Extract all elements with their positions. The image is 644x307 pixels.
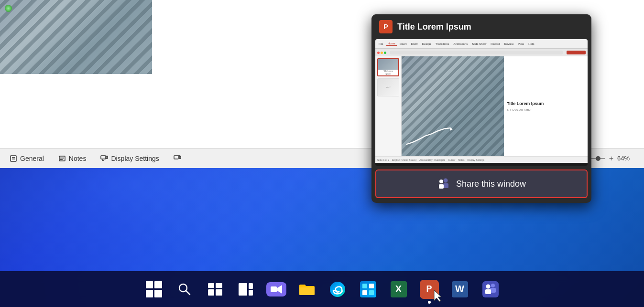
mini-status-display: Display Settings: [467, 159, 484, 161]
taskbar-search[interactable]: [172, 277, 197, 302]
statusbar-display[interactable]: Display Settings: [100, 155, 159, 162]
mini-tab-view: View: [516, 42, 525, 46]
word-app-icon: W: [452, 281, 468, 297]
teams-icon: [437, 177, 450, 191]
notes-label: Notes: [69, 155, 87, 162]
mini-slide-text: Title Lorem Ipsum SIT DOLOR AMET: [504, 56, 588, 156]
taskbar-teams[interactable]: [478, 277, 503, 302]
taskview-icon: [207, 283, 223, 296]
svg-rect-25: [249, 290, 253, 296]
mini-close-dot: [377, 52, 380, 54]
powerpoint-popup: P Title Lorem Ipsum File Home Insert Dra…: [371, 14, 591, 203]
svg-rect-26: [271, 286, 277, 292]
mini-tab-slideshow: Slide Show: [470, 42, 488, 46]
mini-toolbar-controls: [377, 52, 386, 54]
mini-ribbon: File Home Insert Draw Design Transitions…: [375, 39, 588, 49]
svg-rect-23: [239, 283, 247, 296]
mini-tab-animations: Animations: [452, 42, 469, 46]
taskbar-zoom[interactable]: [264, 277, 289, 302]
mini-status-slide: Slide 1 of 2: [377, 159, 389, 161]
notes-icon: [58, 155, 66, 162]
mini-thumb-text: Title Lorem Ipsum: [378, 70, 398, 75]
svg-rect-14: [443, 183, 448, 188]
mini-share-btn: [567, 51, 586, 54]
general-label: General: [20, 155, 44, 162]
mini-tab-file: File: [377, 42, 385, 46]
zoom-plus[interactable]: +: [609, 154, 613, 163]
statusbar-general[interactable]: General: [10, 155, 44, 162]
mini-slide-thumb-2: slide 2: [377, 78, 399, 96]
svg-point-13: [443, 179, 448, 183]
svg-rect-32: [362, 290, 367, 295]
display-label: Display Settings: [111, 155, 159, 162]
windows-logo: [146, 281, 162, 297]
mini-thumb2-text: slide 2: [386, 86, 391, 88]
mini-main-slide: Title Lorem Ipsum SIT DOLOR AMET: [402, 56, 588, 156]
ppt-preview: File Home Insert Draw Design Transitions…: [375, 39, 588, 166]
snap-icon: [238, 283, 253, 296]
mini-tab-draw: Draw: [410, 42, 419, 46]
taskbar-powerpoint[interactable]: P: [417, 277, 442, 302]
mini-tab-design: Design: [421, 42, 433, 46]
mini-slide-area: Title Lorem Ipsum slide 2: [375, 56, 588, 156]
mini-max-dot: [384, 52, 386, 54]
taskbar-explorer[interactable]: [295, 277, 319, 302]
svg-point-37: [486, 284, 490, 288]
search-icon: [177, 282, 192, 296]
mini-tab-review: Review: [503, 42, 515, 46]
svg-marker-12: [450, 127, 453, 131]
teams-app-icon: [482, 281, 499, 297]
excel-app-icon: X: [391, 281, 407, 297]
cursor-icon: [432, 289, 443, 303]
svg-rect-10: [174, 156, 178, 159]
mini-status-access: Accessibility: Investigate: [419, 159, 445, 161]
mini-slide-subtitle: SIT DOLOR AMET: [507, 108, 585, 111]
svg-rect-22: [216, 289, 222, 296]
folder-icon: [299, 283, 315, 296]
taskbar-excel[interactable]: X: [386, 277, 411, 302]
general-icon: [10, 155, 17, 162]
taskbar-start[interactable]: [142, 277, 166, 302]
mini-toolbar: [375, 49, 588, 56]
mini-slide-title: Title Lorem Ipsum: [507, 101, 585, 107]
popup-header: P Title Lorem Ipsum: [371, 14, 591, 39]
svg-rect-3: [59, 156, 65, 161]
taskbar-store[interactable]: [356, 277, 381, 302]
mini-slide-thumb-1: Title Lorem Ipsum: [377, 58, 399, 76]
svg-line-18: [186, 291, 190, 295]
svg-rect-30: [362, 284, 367, 288]
share-label: Share this window: [456, 179, 526, 189]
mini-tab-insert: Insert: [398, 42, 408, 46]
svg-marker-27: [277, 285, 282, 294]
svg-rect-16: [439, 184, 444, 189]
mini-tab-transitions: Transitions: [434, 42, 450, 46]
svg-rect-24: [249, 283, 253, 289]
mini-tab-record: Record: [489, 42, 501, 46]
svg-point-28: [330, 282, 345, 297]
zoom-app-icon: [266, 282, 286, 296]
store-icon: [360, 281, 376, 297]
taskbar-edge[interactable]: [325, 277, 350, 302]
taskbar-snap[interactable]: [233, 277, 258, 302]
statusbar-notes[interactable]: Notes: [58, 155, 87, 162]
svg-rect-20: [216, 283, 222, 288]
mini-status-lang: English (United States): [392, 159, 416, 161]
svg-rect-21: [208, 289, 214, 296]
mini-slides-panel: Title Lorem Ipsum slide 2: [375, 56, 402, 156]
edge-icon: [329, 281, 346, 297]
taskbar-word[interactable]: W: [448, 277, 472, 302]
share-window-button[interactable]: Share this window: [375, 169, 588, 198]
taskbar-taskview[interactable]: [203, 277, 228, 302]
mini-tab-home: Home: [386, 42, 397, 46]
svg-rect-38: [485, 289, 491, 294]
zoom-value: 64%: [617, 155, 634, 162]
statusbar-more[interactable]: [174, 155, 181, 162]
zoom-handle: [596, 156, 600, 161]
mini-chart-svg: [404, 127, 455, 147]
more-icon: [174, 155, 181, 162]
staircase-photo: [0, 0, 152, 74]
svg-rect-29: [360, 281, 376, 297]
mini-slide-image: [402, 56, 504, 156]
mini-status-notes: Notes: [458, 159, 464, 161]
mini-thumb-img: [378, 59, 398, 70]
